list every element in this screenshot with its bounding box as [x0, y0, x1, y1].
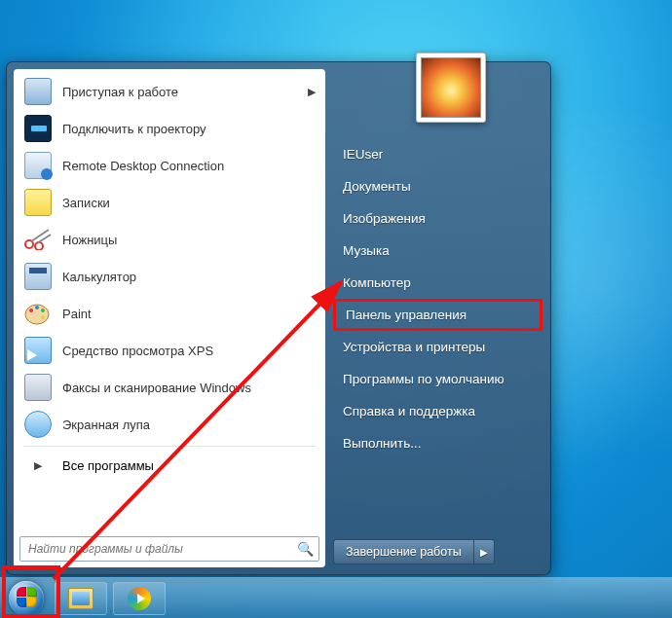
right-item-label: Изображения [343, 211, 426, 226]
projector-icon [23, 114, 53, 143]
svg-point-8 [41, 315, 45, 319]
right-item-pictures[interactable]: Изображения [333, 202, 542, 235]
right-item-label: Панель управления [346, 308, 467, 322]
right-item-label: Документы [343, 179, 411, 194]
right-item-label: Устройства и принтеры [343, 340, 485, 354]
program-snipping-tool[interactable]: Ножницы [18, 221, 321, 258]
start-button[interactable] [4, 578, 49, 619]
right-item-run[interactable]: Выполнить... [333, 427, 542, 459]
divider [23, 446, 316, 447]
program-label: Remote Desktop Connection [62, 159, 224, 173]
program-label: Ножницы [62, 233, 117, 247]
all-programs-arrow-icon: ▶ [23, 459, 53, 472]
program-label: Подключить к проектору [62, 122, 206, 136]
taskbar-explorer[interactable] [55, 582, 107, 615]
program-sticky-notes[interactable]: Записки [18, 184, 321, 221]
calculator-icon [23, 262, 53, 291]
svg-point-1 [35, 242, 43, 250]
svg-point-5 [29, 309, 33, 312]
program-label: Калькулятор [62, 270, 136, 284]
search-icon: 🔍 [297, 541, 314, 557]
right-item-help-support[interactable]: Справка и поддержка [333, 395, 542, 427]
program-fax-scan[interactable]: Факсы и сканирование Windows [18, 369, 321, 406]
program-label: Записки [62, 196, 110, 210]
program-xps-viewer[interactable]: Средство просмотра XPS [18, 332, 321, 369]
windows-logo-icon [9, 581, 44, 616]
scissors-icon [23, 225, 53, 254]
media-player-icon [128, 587, 151, 610]
explorer-icon [68, 588, 93, 609]
right-item-computer[interactable]: Компьютер [333, 267, 542, 299]
magnifier-icon [23, 410, 53, 439]
program-magnifier[interactable]: Экранная лупа [18, 406, 321, 443]
program-label: Paint [62, 307, 92, 321]
program-remote-desktop[interactable]: Remote Desktop Connection [18, 147, 321, 184]
user-picture [421, 57, 481, 118]
program-label: Приступая к работе [62, 85, 178, 99]
right-item-label: IEUser [343, 147, 383, 162]
sticky-notes-icon [23, 188, 53, 217]
right-item-devices-printers[interactable]: Устройства и принтеры [333, 331, 542, 363]
start-menu-right-pane: IEUser Документы Изображения Музыка Комп… [325, 62, 550, 574]
right-item-label: Программы по умолчанию [343, 372, 504, 386]
right-item-music[interactable]: Музыка [333, 235, 542, 267]
taskbar [0, 577, 672, 618]
program-calculator[interactable]: Калькулятор [18, 258, 321, 295]
svg-point-6 [35, 306, 39, 309]
right-item-label: Компьютер [343, 275, 411, 290]
shutdown-options-arrow[interactable]: ▶ [473, 539, 495, 564]
submenu-arrow-icon: ▶ [308, 86, 316, 98]
all-programs[interactable]: ▶ Все программы [18, 450, 321, 481]
svg-point-7 [41, 309, 45, 312]
right-item-control-panel[interactable]: Панель управления [333, 299, 542, 331]
right-item-default-programs[interactable]: Программы по умолчанию [333, 363, 542, 395]
start-menu-left-pane: Приступая к работе ▶ Подключить к проект… [14, 69, 325, 567]
program-getting-started[interactable]: Приступая к работе ▶ [18, 73, 321, 110]
remote-desktop-icon [23, 151, 53, 180]
xps-viewer-icon [23, 336, 53, 365]
svg-line-2 [31, 230, 49, 241]
getting-started-icon [23, 77, 53, 106]
program-label: Факсы и сканирование Windows [62, 381, 251, 395]
program-connect-projector[interactable]: Подключить к проектору [18, 110, 321, 147]
right-item-label: Выполнить... [343, 436, 422, 451]
shutdown-button[interactable]: Завершение работы [333, 539, 473, 564]
shutdown-label: Завершение работы [346, 545, 462, 559]
search-input[interactable] [19, 536, 319, 562]
right-item-label: Музыка [343, 243, 390, 258]
right-item-label: Справка и поддержка [343, 404, 475, 418]
right-item-user[interactable]: IEUser [333, 138, 542, 170]
paint-icon [23, 299, 53, 328]
all-programs-label: Все программы [62, 458, 154, 473]
taskbar-media-player[interactable] [113, 582, 166, 615]
program-label: Средство просмотра XPS [62, 344, 213, 358]
fax-scan-icon [23, 373, 53, 402]
program-label: Экранная лупа [62, 418, 150, 432]
program-paint[interactable]: Paint [18, 295, 321, 332]
start-menu: Приступая к работе ▶ Подключить к проект… [6, 61, 551, 575]
user-picture-frame[interactable] [416, 53, 486, 123]
right-item-documents[interactable]: Документы [333, 170, 542, 202]
